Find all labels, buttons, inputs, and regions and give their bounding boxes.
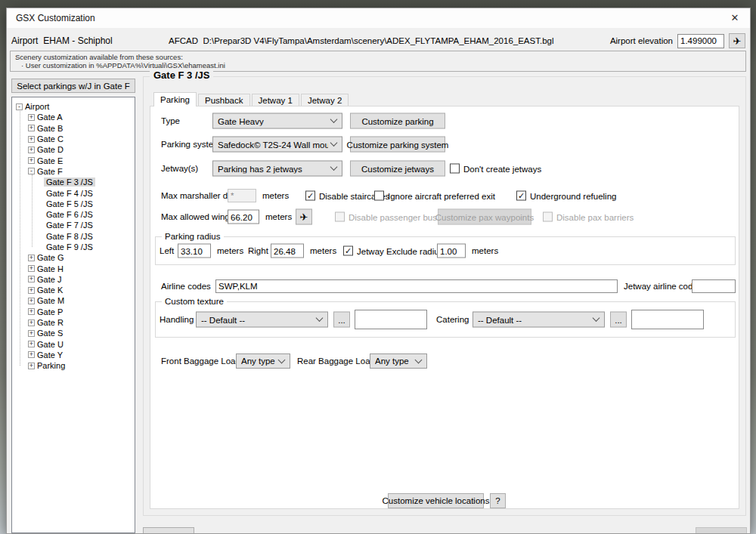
expand-icon[interactable]: + bbox=[28, 114, 35, 121]
expand-icon[interactable]: + bbox=[28, 125, 35, 131]
reset-button[interactable]: Reset bbox=[143, 527, 194, 534]
tree-item[interactable]: +Gate U bbox=[12, 339, 135, 350]
tree-item[interactable]: Gate F 6 /JS bbox=[12, 209, 135, 220]
handling-browse-button[interactable]: ... bbox=[333, 312, 350, 328]
jetway-exclude-radius-checkbox[interactable]: ✓ Jetway Exclude radius bbox=[343, 246, 443, 256]
airline-codes-input[interactable] bbox=[215, 279, 618, 293]
tree-item-label: Airport bbox=[23, 102, 51, 111]
tree-item[interactable]: +Gate S bbox=[12, 328, 135, 338]
catering-texture-input[interactable] bbox=[631, 310, 704, 329]
gsx-customization-window: GSX Customization ✕ Airport EHAM - Schip… bbox=[6, 8, 751, 534]
tree-item[interactable]: +Gate K bbox=[12, 285, 135, 295]
help-button[interactable]: ? bbox=[490, 493, 506, 508]
dont-create-jetways-checkbox[interactable]: Don't create jetways bbox=[450, 164, 541, 174]
ignore-preferred-exit-checkbox[interactable]: Ignore aircraft preferred exit bbox=[374, 191, 495, 201]
select-parkings-button[interactable]: Select parkings w/J in Gate F bbox=[11, 79, 135, 93]
type-select[interactable]: Gate Heavy bbox=[212, 113, 342, 129]
tree-item[interactable]: Gate F 9 /JS bbox=[12, 242, 135, 252]
meters-label: meters bbox=[217, 246, 243, 255]
jetways-row: Jetway(s) Parking has 2 jetways Customiz… bbox=[150, 160, 739, 177]
expand-icon[interactable]: + bbox=[28, 276, 35, 282]
collapse-icon[interactable]: - bbox=[28, 168, 35, 174]
expand-icon[interactable]: + bbox=[28, 308, 35, 315]
expand-icon[interactable]: + bbox=[28, 319, 35, 326]
tree-item[interactable]: +Gate C bbox=[12, 134, 135, 144]
tree-item[interactable]: -Gate F bbox=[12, 166, 135, 177]
customize-vehicle-locations-button[interactable]: Customize vehicle locations bbox=[388, 493, 484, 508]
tree-item[interactable]: +Gate G bbox=[12, 252, 135, 263]
checkbox-icon: ✓ bbox=[343, 246, 353, 256]
close-icon[interactable]: ✕ bbox=[727, 11, 742, 25]
chevron-down-icon bbox=[330, 163, 338, 171]
tree-item[interactable]: +Gate B bbox=[12, 123, 135, 134]
afcad-path: AFCAD D:\Prepar3D V4\FlyTampa\Amsterdam\… bbox=[113, 36, 610, 45]
tree-item[interactable]: +Gate E bbox=[12, 155, 135, 165]
expand-icon[interactable]: + bbox=[28, 351, 35, 358]
handling-texture-input[interactable] bbox=[355, 310, 427, 329]
tree-item[interactable]: +Gate H bbox=[12, 263, 135, 273]
parking-system-select[interactable]: Safedock© T2S-24 Wall mounted bbox=[212, 137, 342, 153]
radius-left-label: Left bbox=[160, 246, 174, 255]
jetways-select[interactable]: Parking has 2 jetways bbox=[212, 161, 342, 177]
chevron-down-icon bbox=[330, 139, 338, 147]
tree-item-label: Gate F 5 /JS bbox=[44, 199, 95, 208]
tree-item[interactable]: +Gate R bbox=[12, 317, 135, 328]
expand-icon[interactable]: + bbox=[28, 298, 35, 304]
tree-item-label: Gate F 6 /JS bbox=[44, 210, 95, 219]
chevron-down-icon bbox=[330, 116, 338, 123]
tree-item-label: Gate S bbox=[35, 329, 65, 338]
radius-right-label: Right bbox=[248, 246, 268, 255]
expand-icon[interactable]: + bbox=[28, 255, 35, 261]
tree-item[interactable]: +Gate P bbox=[12, 307, 135, 317]
airport-tree[interactable]: -Airport+Gate A+Gate B+Gate C+Gate D+Gat… bbox=[11, 97, 135, 533]
tab-parking[interactable]: Parking bbox=[153, 92, 197, 106]
airplane-icon[interactable]: ✈ bbox=[296, 209, 312, 225]
exclude-radius-input[interactable] bbox=[437, 244, 466, 258]
airport-elevation-input[interactable] bbox=[677, 34, 724, 48]
tree-item[interactable]: Gate F 7 /JS bbox=[12, 220, 135, 230]
collapse-icon[interactable]: - bbox=[16, 103, 23, 110]
tree-item[interactable]: +Gate J bbox=[12, 274, 135, 285]
expand-icon[interactable]: + bbox=[28, 265, 35, 272]
tree-item[interactable]: +Gate D bbox=[12, 144, 135, 155]
wingspan-input[interactable] bbox=[228, 210, 259, 224]
expand-icon[interactable]: + bbox=[28, 157, 35, 164]
radius-right-input[interactable] bbox=[271, 244, 304, 258]
tree-item-label: Parking bbox=[35, 361, 67, 370]
jetway-airline-code-input[interactable] bbox=[692, 279, 736, 293]
tree-item-label: Gate U bbox=[35, 340, 66, 349]
rear-baggage-select[interactable]: Any type bbox=[370, 353, 427, 369]
radius-left-input[interactable] bbox=[178, 244, 211, 258]
customize-jetways-button[interactable]: Customize jetways bbox=[350, 161, 445, 177]
tab-jetway-1[interactable]: Jetway 1 bbox=[252, 94, 299, 106]
marshaller-distance-input bbox=[228, 189, 256, 202]
expand-icon[interactable]: + bbox=[28, 341, 35, 347]
tree-item[interactable]: Gate F 3 /JS bbox=[12, 177, 135, 187]
expand-icon[interactable]: + bbox=[28, 330, 35, 337]
airplane-icon[interactable]: ✈ bbox=[729, 33, 745, 48]
tab-pushback[interactable]: Pushback bbox=[198, 94, 250, 106]
expand-icon[interactable]: + bbox=[28, 363, 35, 369]
tree-item[interactable]: Gate F 4 /JS bbox=[12, 187, 135, 198]
tree-item-label: Gate D bbox=[35, 145, 66, 154]
tree-item[interactable]: +Gate Y bbox=[12, 350, 135, 360]
tree-item[interactable]: +Parking bbox=[12, 360, 135, 371]
front-baggage-select[interactable]: Any type bbox=[236, 353, 290, 369]
expand-icon[interactable]: + bbox=[28, 136, 35, 143]
tab-jetway-2[interactable]: Jetway 2 bbox=[301, 94, 349, 106]
underground-refueling-checkbox[interactable]: ✓ Underground refueling bbox=[516, 191, 616, 201]
tree-item[interactable]: Gate F 5 /JS bbox=[12, 199, 135, 209]
airport-elevation-label: Airport elevation bbox=[610, 36, 673, 45]
catering-browse-button[interactable]: ... bbox=[610, 312, 627, 328]
expand-icon[interactable]: + bbox=[28, 147, 35, 153]
handling-texture-select[interactable]: -- Default -- bbox=[196, 312, 328, 328]
expand-icon[interactable]: + bbox=[28, 287, 35, 294]
tree-item[interactable]: +Gate M bbox=[12, 295, 135, 306]
catering-texture-select[interactable]: -- Default -- bbox=[472, 312, 605, 328]
customize-parking-button[interactable]: Customize parking bbox=[350, 113, 445, 129]
tree-item[interactable]: Gate F 8 /JS bbox=[12, 231, 135, 242]
tree-item[interactable]: +Gate A bbox=[12, 112, 135, 122]
customize-parking-system-button[interactable]: Customize parking system bbox=[350, 137, 445, 153]
tree-item[interactable]: -Airport bbox=[12, 101, 135, 112]
checkbox-icon: ✓ bbox=[305, 191, 315, 201]
